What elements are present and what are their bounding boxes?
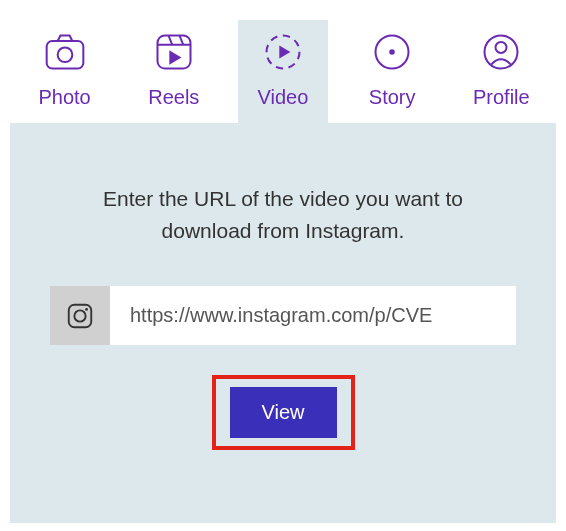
profile-icon bbox=[479, 30, 523, 74]
tab-label: Profile bbox=[473, 86, 530, 109]
svg-point-8 bbox=[389, 49, 395, 55]
tab-reels[interactable]: Reels bbox=[129, 20, 219, 123]
tab-label: Reels bbox=[148, 86, 199, 109]
svg-point-10 bbox=[496, 42, 507, 53]
svg-line-5 bbox=[179, 36, 183, 45]
tab-label: Photo bbox=[38, 86, 90, 109]
tab-label: Video bbox=[258, 86, 309, 109]
tab-profile[interactable]: Profile bbox=[456, 20, 546, 123]
svg-point-12 bbox=[74, 310, 85, 321]
highlight-box: View bbox=[212, 375, 355, 450]
main-panel: Enter the URL of the video you want to d… bbox=[10, 123, 556, 523]
instruction-text: Enter the URL of the video you want to d… bbox=[50, 183, 516, 246]
svg-rect-11 bbox=[69, 304, 92, 327]
svg-rect-0 bbox=[46, 41, 83, 69]
svg-point-1 bbox=[57, 47, 72, 62]
tab-label: Story bbox=[369, 86, 416, 109]
video-dashed-play-icon bbox=[261, 30, 305, 74]
view-button-row: View bbox=[50, 375, 516, 450]
svg-point-13 bbox=[85, 308, 88, 311]
svg-rect-2 bbox=[157, 36, 190, 69]
url-input[interactable] bbox=[110, 286, 516, 345]
tab-photo[interactable]: Photo bbox=[20, 20, 110, 123]
view-button[interactable]: View bbox=[230, 387, 337, 438]
instagram-icon bbox=[50, 286, 110, 345]
url-input-row bbox=[50, 286, 516, 345]
story-plus-icon bbox=[370, 30, 414, 74]
tab-story[interactable]: Story bbox=[347, 20, 437, 123]
svg-line-4 bbox=[168, 36, 172, 45]
tab-bar: Photo Reels Video bbox=[0, 0, 566, 123]
tab-video[interactable]: Video bbox=[238, 20, 328, 123]
reels-icon bbox=[152, 30, 196, 74]
camera-icon bbox=[43, 30, 87, 74]
